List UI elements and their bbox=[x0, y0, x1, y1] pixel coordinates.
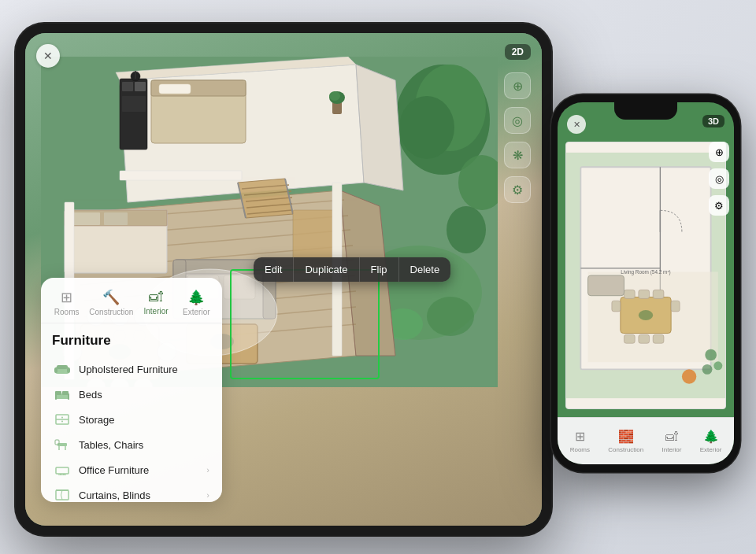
office-icon bbox=[54, 463, 71, 477]
svg-rect-114 bbox=[639, 290, 650, 298]
construction-icon: 🔨 bbox=[102, 289, 120, 306]
phone-exterior-icon: 🌲 bbox=[703, 429, 719, 444]
svg-point-7 bbox=[427, 297, 474, 336]
svg-rect-30 bbox=[122, 96, 146, 112]
sidebar-panel: ⊞ Rooms 🔨 Construction 🛋 Interior 🌲 Exte… bbox=[41, 278, 222, 502]
svg-rect-28 bbox=[122, 82, 133, 91]
phone-close-button[interactable]: ✕ bbox=[567, 115, 586, 134]
svg-point-88 bbox=[61, 417, 63, 419]
tab-interior[interactable]: 🛋 Interior bbox=[136, 286, 175, 323]
tablet-screen: ✕ 2D ⊕ ◎ ❋ ⚙ bbox=[25, 33, 542, 526]
context-menu-flip[interactable]: Flip bbox=[360, 257, 399, 282]
svg-point-3 bbox=[399, 96, 454, 159]
svg-text:Living Room (54.2 m²): Living Room (54.2 m²) bbox=[621, 269, 670, 275]
phone-toolbar: ⊕ ◎ ⚙ bbox=[709, 142, 729, 216]
tablet-2d-badge[interactable]: 2D bbox=[505, 44, 531, 60]
phone-device: ✕ 3D ⊕ ◎ ⚙ bbox=[551, 94, 740, 472]
rooms-icon: ⊞ bbox=[61, 289, 72, 306]
sidebar-item-curtains[interactable]: Curtains, Blinds › bbox=[52, 482, 211, 502]
beds-label: Beds bbox=[79, 389, 209, 401]
svg-rect-120 bbox=[671, 301, 680, 312]
phone-tool-camera[interactable]: ◎ bbox=[709, 168, 729, 189]
phone-interior-icon: 🛋 bbox=[665, 430, 678, 444]
phone-construction-icon: 🧱 bbox=[618, 429, 634, 444]
tables-chairs-icon bbox=[54, 438, 71, 452]
svg-rect-113 bbox=[624, 290, 635, 298]
svg-point-89 bbox=[61, 421, 63, 423]
curtains-icon bbox=[54, 488, 71, 502]
upholstered-icon bbox=[54, 362, 71, 376]
tablet-tool-settings[interactable]: ⚙ bbox=[504, 176, 531, 203]
storage-label: Storage bbox=[79, 414, 209, 426]
phone-floorplan-svg: Living Room (54.2 m²) bbox=[566, 142, 725, 408]
office-chevron: › bbox=[206, 465, 209, 475]
sidebar-item-storage[interactable]: Storage bbox=[52, 407, 211, 432]
svg-rect-84 bbox=[55, 393, 57, 400]
phone-tab-interior[interactable]: 🛋 Interior bbox=[662, 430, 682, 453]
tablet-tool-zoom[interactable]: ⊕ bbox=[504, 72, 531, 99]
svg-rect-26 bbox=[159, 84, 191, 94]
curtains-label: Curtains, Blinds bbox=[79, 489, 206, 501]
phone-tab-rooms[interactable]: ⊞ Rooms bbox=[570, 429, 590, 453]
svg-rect-74 bbox=[120, 171, 242, 180]
sidebar-item-office[interactable]: Office Furniture › bbox=[52, 457, 211, 482]
interior-icon: 🛋 bbox=[149, 289, 163, 305]
svg-rect-47 bbox=[104, 212, 128, 225]
tables-chairs-label: Tables, Chairs bbox=[79, 439, 209, 451]
svg-rect-115 bbox=[653, 290, 664, 298]
tab-rooms[interactable]: ⊞ Rooms bbox=[47, 286, 86, 323]
svg-point-125 bbox=[713, 361, 722, 370]
svg-point-35 bbox=[329, 91, 340, 101]
svg-rect-85 bbox=[68, 393, 69, 400]
phone-rooms-icon: ⊞ bbox=[575, 429, 585, 444]
context-menu-duplicate[interactable]: Duplicate bbox=[294, 257, 359, 282]
sidebar-item-upholstered[interactable]: Upholstered Furniture bbox=[52, 356, 211, 382]
exterior-icon: 🌲 bbox=[187, 289, 205, 306]
svg-rect-80 bbox=[67, 367, 70, 373]
phone-bottom-tabs: ⊞ Rooms 🧱 Construction 🛋 Interior 🌲 Exte… bbox=[558, 417, 734, 464]
sidebar-item-beds[interactable]: Beds bbox=[52, 382, 211, 407]
tablet-toolbar: ⊕ ◎ ❋ ⚙ bbox=[504, 72, 531, 203]
tablet-tool-camera[interactable]: ◎ bbox=[504, 107, 531, 134]
phone-tab-construction[interactable]: 🧱 Construction bbox=[608, 429, 643, 453]
storage-icon bbox=[54, 412, 71, 427]
tab-construction[interactable]: 🔨 Construction bbox=[87, 286, 135, 323]
svg-rect-117 bbox=[639, 334, 650, 343]
svg-point-124 bbox=[705, 349, 717, 361]
context-menu: Edit Duplicate Flip Delete bbox=[254, 257, 450, 282]
svg-rect-29 bbox=[135, 82, 146, 91]
tablet-close-button[interactable]: ✕ bbox=[36, 44, 60, 68]
tab-exterior[interactable]: 🌲 Exterior bbox=[177, 286, 216, 323]
svg-point-126 bbox=[702, 364, 713, 375]
upholstered-label: Upholstered Furniture bbox=[79, 364, 209, 375]
tablet-device: ✕ 2D ⊕ ◎ ❋ ⚙ bbox=[16, 24, 551, 535]
svg-point-121 bbox=[639, 310, 653, 320]
svg-rect-116 bbox=[624, 334, 635, 343]
phone-notch bbox=[614, 102, 677, 120]
office-label: Office Furniture bbox=[79, 464, 206, 476]
sidebar-item-tables-chairs[interactable]: Tables, Chairs bbox=[52, 432, 211, 457]
curtains-chevron: › bbox=[206, 490, 209, 500]
svg-rect-119 bbox=[612, 301, 621, 312]
context-menu-delete[interactable]: Delete bbox=[399, 257, 451, 282]
phone-screen: ✕ 3D ⊕ ◎ ⚙ bbox=[558, 102, 734, 464]
svg-point-127 bbox=[682, 369, 696, 383]
phone-tab-exterior[interactable]: 🌲 Exterior bbox=[700, 429, 722, 453]
svg-rect-78 bbox=[57, 365, 68, 369]
sidebar-title: Furniture bbox=[52, 333, 211, 349]
svg-rect-122 bbox=[588, 275, 624, 296]
sidebar-content: Furniture Upholstered Furniture bbox=[41, 323, 222, 502]
phone-tool-settings[interactable]: ⚙ bbox=[709, 195, 729, 216]
svg-rect-79 bbox=[54, 367, 57, 373]
svg-rect-83 bbox=[62, 391, 69, 395]
context-menu-edit[interactable]: Edit bbox=[254, 257, 294, 282]
scene: ✕ 2D ⊕ ◎ ❋ ⚙ bbox=[0, 0, 756, 554]
sidebar-tabs: ⊞ Rooms 🔨 Construction 🛋 Interior 🌲 Exte… bbox=[41, 278, 222, 323]
svg-rect-118 bbox=[653, 334, 664, 343]
tablet-tool-layers[interactable]: ❋ bbox=[504, 142, 531, 168]
phone-tool-zoom[interactable]: ⊕ bbox=[709, 142, 729, 162]
phone-3d-badge[interactable]: 3D bbox=[702, 115, 724, 127]
svg-rect-98 bbox=[56, 490, 69, 500]
beds-icon bbox=[54, 387, 71, 401]
svg-point-5 bbox=[447, 206, 486, 253]
